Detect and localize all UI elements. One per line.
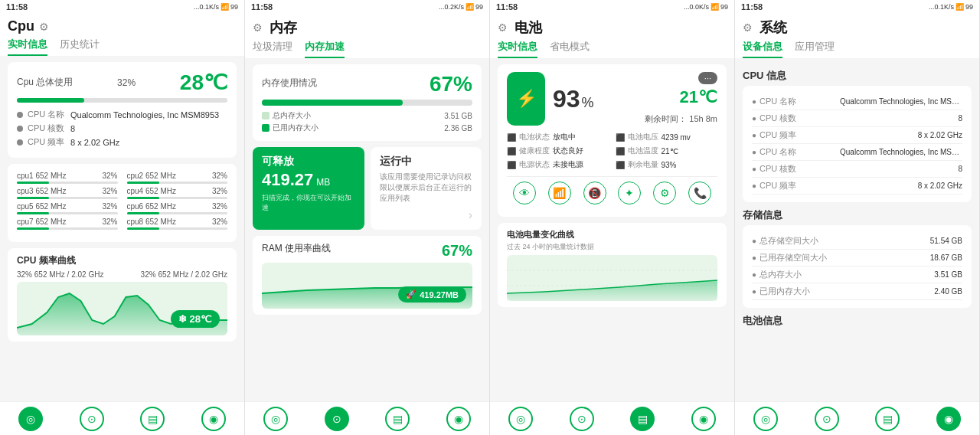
tab-cpu-realtime[interactable]: 实时信息	[8, 38, 47, 56]
sys-used-mem-label: 已用内存大小	[760, 286, 931, 297]
core7-pct: 32%	[102, 218, 117, 226]
cpu-content: Cpu 总体使用 32% 28℃ CPU 名称 Qualcomm Technol…	[0, 56, 244, 401]
nav-mem-2[interactable]: ⊙	[325, 407, 349, 431]
batt-remain-pct-icon: ⬛	[616, 161, 625, 169]
sys-cpu-icon-4: ●	[752, 148, 756, 156]
core-5: cpu5 652 MHz32%	[17, 202, 118, 214]
ram-chart-card: RAM 使用率曲线 67% 🚀 419.27MB	[253, 236, 482, 315]
nav-batt-2[interactable]: ⊙	[570, 407, 594, 431]
sys-storage-icon-1: ●	[752, 237, 756, 245]
sys-used-mem: ● 已用内存大小 2.40 GB	[752, 283, 962, 300]
batt-more-badge[interactable]: ···	[698, 72, 717, 84]
sys-cpu-cores-2: ● CPU 核数 8	[752, 161, 962, 178]
batt-gear-icon[interactable]: ⚙	[498, 21, 510, 34]
batt-func-eye[interactable]: 👁	[513, 182, 536, 204]
sys-total-mem-label: 总内存大小	[760, 269, 931, 280]
core-1: cpu1 652 MHz32%	[17, 172, 118, 184]
cpu-title: Cpu	[8, 18, 34, 34]
cpu-freq-label: CPU 频率	[28, 136, 66, 148]
batt-tabs: 实时信息 省电模式	[490, 37, 734, 58]
tab-sys-apps[interactable]: 应用管理	[795, 40, 835, 58]
batt-btemp-icon: ⬛	[616, 147, 625, 155]
sys-used-mem-val: 2.40 GB	[934, 287, 962, 296]
mem-content: 内存使用情况 67% 总内存大小 3.51 GB 已用内存大小 2.36 GB	[245, 58, 489, 401]
nav-mem-1[interactable]: ◎	[263, 407, 288, 431]
sys-cpu-name-label-1: CPU 名称	[760, 96, 837, 107]
freq-chart-area: ❄ 28℃	[17, 282, 227, 335]
core7-name: cpu7 652 MHz	[17, 218, 66, 226]
nav-cpu-camera[interactable]: ◎	[18, 407, 43, 431]
nav-batt-3[interactable]: ▤	[630, 407, 655, 431]
sys-cpu-cores-label-2: CPU 核数	[760, 163, 955, 175]
batt-func-nosignal[interactable]: 📵	[583, 182, 606, 204]
memory-panel: 11:58 ...0.2K/s 📶 99 ⚙ 内存 垃圾清理 内存加速 内存使用…	[245, 0, 490, 435]
release-card: 可释放 419.27 MB 扫描完成，你现在可以开始加速	[253, 147, 364, 230]
tab-cpu-history[interactable]: 历史统计	[60, 38, 100, 56]
batt-status-label: 电池状态	[519, 132, 550, 142]
cpu-tabs: 实时信息 历史统计	[0, 34, 244, 56]
nav-cpu-chat[interactable]: ◉	[201, 407, 226, 431]
mem-two-col: 可释放 419.27 MB 扫描完成，你现在可以开始加速 运行中 该应用需要使用…	[253, 147, 482, 230]
mem-used-val: 2.36 GB	[444, 124, 472, 132]
ram-chart-header: RAM 使用率曲线 67%	[262, 242, 472, 260]
nav-batt-4[interactable]: ◉	[691, 407, 716, 431]
running-arrow[interactable]: ›	[380, 208, 473, 222]
sys-cpu-icon-1: ●	[752, 97, 756, 106]
batt-remain-pct-val: 93%	[662, 161, 677, 169]
ram-release-badge[interactable]: 🚀 419.27MB	[398, 286, 466, 303]
cpu-panel: 11:58 ...0.1K/s 📶 99 Cpu ⚙ 实时信息 历史统计 Cpu…	[0, 0, 245, 435]
batt-func-settings[interactable]: ⚙	[653, 182, 676, 204]
core1-name: cpu1 652 MHz	[17, 172, 66, 180]
cpu-progress-bg	[17, 98, 227, 103]
core3-name: cpu3 652 MHz	[17, 187, 66, 195]
sys-header: ⚙ 系统	[735, 14, 979, 37]
mem-gear-icon[interactable]: ⚙	[253, 21, 265, 34]
nav-cpu-home[interactable]: ⊙	[80, 407, 104, 431]
mem-usage-card: 内存使用情况 67% 总内存大小 3.51 GB 已用内存大小 2.36 GB	[253, 64, 482, 141]
cpu-name-label: CPU 名称	[28, 109, 66, 120]
sys-bottom-nav: ◎ ⊙ ▤ ◉	[735, 401, 979, 435]
signal-mem: ...0.2K/s	[439, 3, 464, 11]
nav-batt-1[interactable]: ◎	[508, 407, 533, 431]
sys-total-storage-val: 51.54 GB	[930, 237, 962, 245]
batt-func-wifi[interactable]: 📶	[548, 182, 571, 204]
status-icons-batt: ...0.0K/s 📶 99	[684, 3, 728, 11]
nav-sys-3[interactable]: ▤	[875, 407, 900, 431]
core5-pct: 32%	[102, 202, 117, 211]
nav-mem-3[interactable]: ▤	[385, 407, 410, 431]
mem-progress-fill	[262, 100, 403, 106]
freq-chart-labels: 32% 652 MHz / 2.02 GHz 32% 652 MHz / 2.0…	[17, 270, 227, 279]
nav-cpu-list[interactable]: ▤	[140, 407, 165, 431]
nav-sys-2[interactable]: ⊙	[815, 407, 839, 431]
core2-name: cpu2 652 MHz	[127, 172, 176, 180]
batt-func-phone[interactable]: 📞	[688, 182, 711, 204]
batt-remain-pct-label: 剩余电量	[628, 159, 658, 170]
tab-mem-clean[interactable]: 垃圾清理	[253, 40, 292, 58]
batt-pct-area: 93 %	[553, 72, 594, 126]
tab-batt-realtime[interactable]: 实时信息	[498, 40, 537, 58]
nav-sys-1[interactable]: ◎	[753, 407, 778, 431]
legend-dot-used	[262, 124, 270, 132]
snowflake-icon: ❄	[178, 313, 187, 325]
sys-cpu-freq-val-2: 8 x 2.02 GHz	[918, 182, 962, 190]
tab-sys-device[interactable]: 设备信息	[743, 40, 782, 58]
sys-cpu-name-val-1: Qualcomm Technologies, Inc MSM8953	[840, 97, 962, 106]
cpu-overview-card: Cpu 总体使用 32% 28℃ CPU 名称 Qualcomm Technol…	[8, 62, 237, 158]
nav-mem-4[interactable]: ◉	[446, 407, 471, 431]
cpu-freq-row: CPU 频率 8 x 2.02 GHz	[17, 136, 227, 148]
dot-cpu-name	[17, 112, 23, 118]
tab-mem-boost[interactable]: 内存加速	[305, 40, 345, 58]
sys-cpu-freq-label-2: CPU 频率	[760, 180, 915, 191]
batt-chart-sub: 过去 24 小时的电量统计数据	[507, 242, 717, 252]
dot-cpu-freq	[17, 139, 23, 146]
cpu-progress-fill	[17, 98, 84, 103]
tab-batt-save[interactable]: 省电模式	[550, 40, 590, 58]
cpu-gear-icon[interactable]: ⚙	[39, 21, 51, 33]
sys-gear-icon[interactable]: ⚙	[743, 21, 755, 34]
batt-func-bt[interactable]: ✦	[618, 182, 641, 204]
nav-sys-4[interactable]: ◉	[936, 407, 961, 431]
freq-chart-title: CPU 频率曲线	[17, 254, 227, 267]
batt-voltage-icon: ⬛	[616, 133, 625, 142]
cpu-freq-value: 8 x 2.02 GHz	[70, 138, 119, 147]
mem-total-label: 总内存大小	[273, 110, 311, 121]
